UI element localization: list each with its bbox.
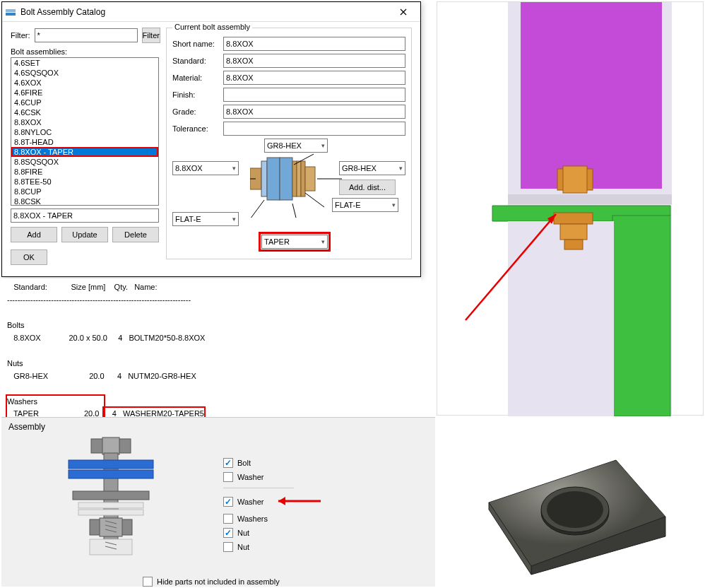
taper-washer-image [437,418,704,587]
assembly-checkbox[interactable] [223,497,233,507]
assembly-panel: Assembly [1,417,435,587]
svg-rect-19 [100,518,122,536]
assembly-item-label: Washer [237,473,264,481]
right-nut-combo[interactable]: GR8-HEX▾ [339,161,405,175]
material-label: Material: [172,74,223,82]
add-dist-button[interactable]: Add. dist... [339,180,396,195]
svg-point-46 [547,491,603,528]
bolt-diagram-icon [250,147,342,218]
list-item[interactable]: 8.8XOX [11,117,158,127]
close-icon [400,8,407,16]
short-name-label: Short name: [172,40,223,48]
svg-rect-32 [508,194,672,204]
finish-input[interactable] [223,88,405,102]
dialog-title: Bolt Assembly Catalog [20,7,389,17]
assembly-item-label: Washer [237,498,264,506]
current-bolt-assembly-group: Current bolt assembly Short name: Standa… [166,28,412,259]
svg-rect-20 [90,539,132,555]
short-name-input[interactable] [223,37,405,51]
svg-rect-5 [280,158,292,200]
bolt-type-combo[interactable]: 8.8XOX▾ [172,161,239,175]
assembly-checkbox[interactable] [223,472,233,482]
svg-rect-9 [305,167,315,191]
list-item[interactable]: 4.6SQSQOX [11,68,158,78]
list-item[interactable]: 4.6XOX [11,78,158,88]
svg-rect-16 [78,502,143,508]
bolt-assembly-catalog-dialog: Bolt Assembly Catalog Filter: Filter Bol… [1,1,421,277]
svg-rect-14 [69,470,153,478]
svg-rect-36 [554,213,593,224]
assemblies-label: Bolt assemblies: [11,47,159,56]
bolt-report: Standard: Size [mm] Qty. Name: ---------… [1,278,421,417]
delete-button[interactable]: Delete [112,227,159,242]
grade-label: Grade: [172,107,223,116]
list-item[interactable]: 4.6SET [11,58,158,68]
svg-rect-7 [297,161,301,196]
chevron-down-icon: ▾ [399,165,403,172]
app-icon [5,6,16,18]
taper-washer-combo[interactable]: TAPER▾ [261,235,328,249]
assembly-item-label: Bolt [237,459,251,467]
svg-rect-17 [78,510,143,515]
assembly-check-row: Washer [223,494,322,510]
assembly-item-label: Nut [237,529,249,537]
groupbox-title: Current bolt assembly [172,23,252,31]
chevron-down-icon: ▾ [232,216,236,223]
list-item[interactable]: 8.8XOX - TAPER [11,147,158,157]
chevron-down-icon: ▾ [321,238,325,245]
list-item[interactable]: 4.6FIRE [11,88,158,98]
filter-button[interactable]: Filter [142,28,160,43]
hide-parts-checkbox[interactable] [143,577,153,587]
hide-parts-label: Hide parts not included in assembly [157,577,280,586]
svg-rect-1 [6,9,16,12]
assembly-check-row: Nut [223,542,322,552]
list-item[interactable]: 8.8NYLOC [11,127,158,137]
assembly-checkbox[interactable] [223,514,233,524]
tolerance-input[interactable] [223,122,405,136]
selected-assembly-input[interactable] [11,208,159,223]
list-item[interactable]: 8.8CUP [11,187,158,196]
assembly-checkbox[interactable] [223,542,233,552]
svg-rect-37 [560,224,587,240]
titlebar: Bolt Assembly Catalog [2,2,420,22]
left-washer-combo[interactable]: FLAT-E▾ [172,212,239,226]
material-input[interactable] [223,71,405,85]
red-arrow-icon [268,494,322,510]
assembly-check-row: Washers [223,514,322,524]
list-item[interactable]: 8.8CSK [11,196,158,206]
list-item[interactable]: 8.8TEE-50 [11,177,158,187]
assembly-item-label: Washers [237,514,268,523]
chevron-down-icon: ▾ [232,165,236,172]
grade-input[interactable] [223,105,405,119]
svg-rect-31 [563,166,587,193]
tolerance-label: Tolerance: [172,124,223,133]
svg-rect-15 [73,491,149,500]
model-viewport[interactable] [437,1,704,416]
chevron-down-icon: ▾ [392,201,396,208]
list-item[interactable]: 8.8T-HEAD [11,137,158,147]
svg-rect-4 [267,158,280,200]
assembly-checkbox[interactable] [223,528,233,538]
right-washer-combo[interactable]: FLAT-E▾ [332,198,398,212]
list-item[interactable]: 4.6CSK [11,107,158,117]
assembly-item-label: Nut [237,543,249,551]
svg-marker-27 [278,497,285,505]
svg-rect-8 [301,161,305,196]
svg-rect-3 [261,161,267,196]
ok-button[interactable]: OK [11,249,47,265]
list-item[interactable]: 8.8FIRE [11,167,158,177]
standard-input[interactable] [223,54,405,68]
svg-rect-13 [69,460,153,469]
assembly-check-row: Bolt [223,458,322,468]
list-item[interactable]: 4.6CUP [11,98,158,107]
list-item[interactable]: 8.8SQSQOX [11,157,158,167]
svg-rect-38 [564,240,583,249]
update-button[interactable]: Update [61,227,108,242]
svg-rect-29 [521,2,662,189]
assembly-label: Assembly [8,422,428,432]
close-button[interactable] [389,3,417,21]
assemblies-listbox[interactable]: 4.6SET4.6SQSQOX4.6XOX4.6FIRE4.6CUP4.6CSK… [11,57,159,206]
add-button[interactable]: Add [11,227,57,242]
assembly-checkbox[interactable] [223,458,233,468]
filter-input[interactable] [35,28,138,42]
